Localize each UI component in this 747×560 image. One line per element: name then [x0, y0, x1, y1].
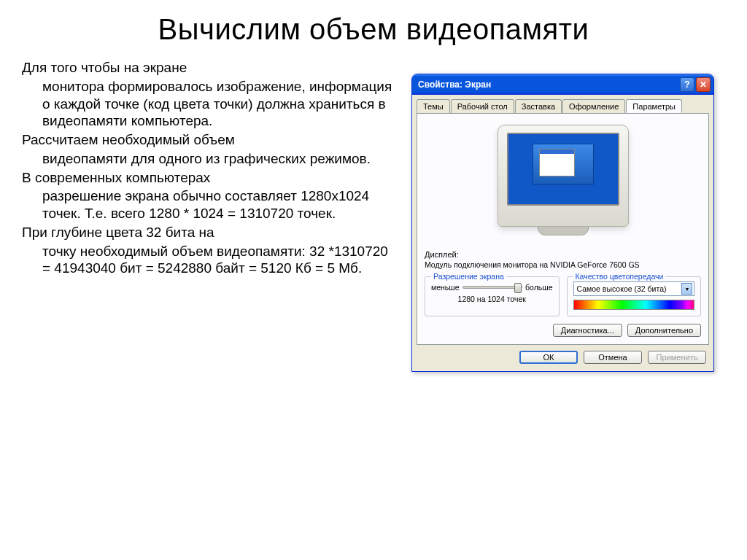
- help-button[interactable]: ?: [680, 77, 694, 92]
- chevron-down-icon[interactable]: ▾: [681, 283, 692, 295]
- display-info: Дисплей: Модуль подключения монитора на …: [425, 250, 701, 269]
- tab-appearance[interactable]: Оформление: [562, 99, 625, 113]
- color-spectrum: [573, 300, 695, 310]
- resolution-legend: Разрешение экрана: [431, 272, 506, 281]
- crt-stand: [538, 225, 589, 236]
- para2-first: Рассчитаем необходимый объем: [22, 131, 397, 149]
- color-quality-value: Самое высокое (32 бита): [577, 284, 667, 293]
- close-button[interactable]: ✕: [696, 77, 711, 92]
- crt-screen: [507, 133, 619, 206]
- resolution-fieldset: Разрешение экрана меньше больше 1280 на …: [425, 276, 560, 316]
- color-quality-legend: Качество цветопередачи: [573, 272, 666, 281]
- para2-rest: видеопамяти для одного из графических ре…: [22, 150, 397, 168]
- para4-rest: точку необходимый объем видеопамяти: 32 …: [22, 243, 397, 278]
- resolution-slider-row: меньше больше: [431, 281, 553, 293]
- dialog-buttons: ОК Отмена Применить: [417, 345, 709, 367]
- cancel-button[interactable]: Отмена: [584, 351, 642, 364]
- display-label: Дисплей:: [425, 250, 701, 259]
- tab-screensaver[interactable]: Заставка: [515, 99, 562, 113]
- tab-themes[interactable]: Темы: [417, 99, 450, 113]
- settings-row: Разрешение экрана меньше больше 1280 на …: [425, 276, 701, 316]
- tab-strip: Темы Рабочий стол Заставка Оформление Па…: [417, 99, 709, 114]
- label-more: больше: [525, 283, 552, 292]
- color-quality-combo[interactable]: Самое высокое (32 бита) ▾: [573, 281, 695, 296]
- display-properties-window: Свойства: Экран ? ✕ Темы Рабочий стол За…: [411, 74, 714, 372]
- para3-first: В современных компьютерах: [22, 169, 397, 187]
- slide-title: Вычислим объем видеопамяти: [22, 13, 725, 46]
- window-title: Свойства: Экран: [418, 79, 491, 90]
- crt-monitor-icon: [498, 125, 629, 227]
- tab-desktop[interactable]: Рабочий стол: [451, 99, 514, 113]
- display-name: Модуль подключения монитора на NVIDIA Ge…: [425, 260, 701, 269]
- resolution-slider[interactable]: [462, 286, 522, 289]
- para1-first: Для того чтобы на экране: [22, 59, 397, 77]
- ok-button[interactable]: ОК: [519, 351, 578, 364]
- settings-panel: Дисплей: Модуль подключения монитора на …: [417, 113, 709, 345]
- tab-settings[interactable]: Параметры: [626, 99, 682, 113]
- text-column: Для того чтобы на экране монитора формир…: [22, 59, 397, 372]
- label-less: меньше: [431, 283, 460, 292]
- slider-thumb[interactable]: [514, 283, 522, 293]
- slide: Вычислим объем видеопамяти Для того чтоб…: [0, 0, 747, 560]
- advanced-button[interactable]: Дополнительно: [627, 324, 701, 337]
- apply-button[interactable]: Применить: [648, 351, 706, 364]
- wallpaper-thumb: [533, 144, 594, 184]
- para4-first: При глубине цвета 32 бита на: [22, 224, 397, 241]
- panel-buttons: Диагностика... Дополнительно: [425, 324, 701, 337]
- para3-rest: разрешение экрана обычно составляет 1280…: [22, 187, 397, 222]
- window-thumb: [539, 149, 575, 176]
- slide-content: Для того чтобы на экране монитора формир…: [22, 59, 725, 372]
- monitor-preview: [490, 125, 636, 241]
- dialog-column: Свойства: Экран ? ✕ Темы Рабочий стол За…: [411, 59, 725, 372]
- resolution-value: 1280 на 1024 точек: [431, 295, 553, 303]
- color-quality-fieldset: Качество цветопередачи Самое высокое (32…: [567, 276, 702, 316]
- window-body: Темы Рабочий стол Заставка Оформление Па…: [412, 95, 713, 371]
- titlebar[interactable]: Свойства: Экран ? ✕: [412, 74, 713, 95]
- diagnostics-button[interactable]: Диагностика...: [553, 324, 622, 337]
- para1-rest: монитора формировалось изображение, инфо…: [22, 78, 397, 130]
